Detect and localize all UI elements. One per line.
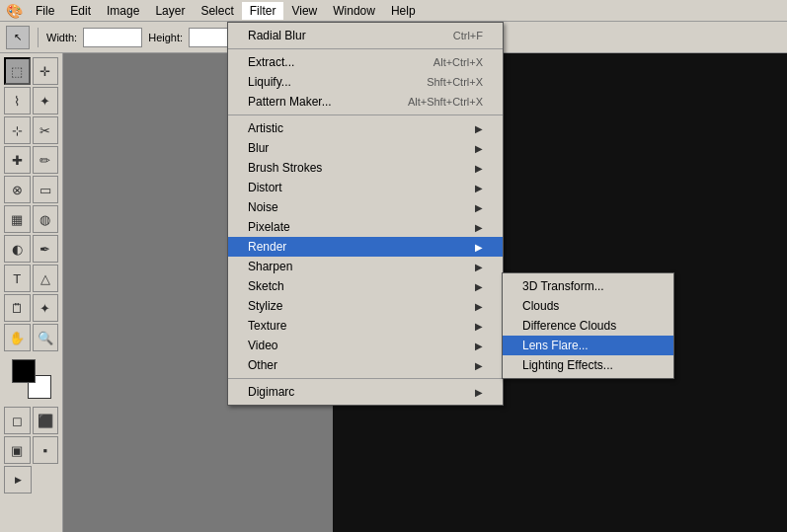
filter-liquify-label: Liquify...	[248, 75, 291, 89]
filter-brush-strokes[interactable]: Brush Strokes ▶	[228, 158, 503, 178]
color-swatches[interactable]	[12, 359, 51, 399]
width-input[interactable]	[83, 28, 142, 47]
tools-panel: ⬚ ✛ ⌇ ✦ ⊹ ✂ ✚ ✏ ⊗ ▭ ▦ ◍ ◐ ✒ T △	[0, 53, 63, 532]
magic-wand-tool[interactable]: ✦	[33, 87, 59, 114]
render-submenu: 3D Transform... Clouds Difference Clouds…	[502, 272, 674, 379]
edit-mask-tool[interactable]: ⬛	[33, 407, 59, 434]
filter-noise[interactable]: Noise ▶	[228, 197, 503, 217]
filter-sharpen-arrow: ▶	[475, 262, 483, 272]
filter-blur-arrow: ▶	[475, 143, 483, 154]
filter-pixelate-arrow: ▶	[475, 222, 483, 233]
notes-tool[interactable]: 🗒	[4, 294, 31, 322]
filter-extract-shortcut: Alt+Ctrl+X	[433, 56, 483, 68]
menubar: 🎨 File Edit Image Layer Select Filter Vi…	[0, 0, 787, 22]
filter-artistic[interactable]: Artistic ▶	[228, 118, 503, 138]
separator-1	[228, 48, 503, 49]
filter-stylize[interactable]: Stylize ▶	[228, 296, 503, 316]
tool-row-13: ▶	[4, 466, 58, 494]
screen-mode-2[interactable]: ▪	[33, 436, 59, 464]
crop-tool[interactable]: ⊹	[4, 116, 31, 144]
render-difference-clouds[interactable]: Difference Clouds	[503, 316, 673, 336]
filter-extract-label: Extract...	[248, 55, 294, 69]
filter-liquify-shortcut: Shft+Ctrl+X	[427, 76, 483, 88]
separator-2	[228, 114, 503, 115]
marquee-tool[interactable]: ⬚	[4, 57, 31, 85]
render-lighting-effects[interactable]: Lighting Effects...	[503, 355, 673, 375]
menu-help[interactable]: Help	[383, 2, 424, 20]
filter-dropdown-menu: Radial Blur Ctrl+F Extract... Alt+Ctrl+X…	[227, 22, 504, 406]
gradient-tool[interactable]: ▦	[4, 205, 31, 233]
filter-other[interactable]: Other ▶	[228, 355, 503, 375]
filter-liquify[interactable]: Liquify... Shft+Ctrl+X	[228, 72, 503, 92]
filter-render[interactable]: Render ▶	[228, 237, 503, 257]
render-clouds-label: Clouds	[522, 299, 559, 313]
clone-tool[interactable]: ⊗	[4, 176, 31, 203]
move-tool[interactable]: ✛	[33, 57, 58, 85]
slice-tool[interactable]: ✂	[33, 116, 59, 144]
filter-video-arrow: ▶	[475, 341, 483, 351]
tool-row-5: ⊗ ▭	[4, 176, 58, 203]
eyedropper-tool[interactable]: ✦	[33, 294, 59, 322]
render-lens-flare[interactable]: Lens Flare...	[503, 336, 673, 355]
menu-file[interactable]: File	[28, 2, 62, 20]
shape-tool[interactable]: △	[33, 265, 59, 292]
menu-image[interactable]: Image	[99, 2, 147, 20]
render-clouds[interactable]: Clouds	[503, 296, 673, 316]
filter-distort[interactable]: Distort ▶	[228, 178, 503, 197]
eraser-tool[interactable]: ▭	[33, 176, 59, 203]
filter-artistic-arrow: ▶	[475, 123, 483, 134]
filter-sharpen-label: Sharpen	[248, 260, 292, 273]
toolbar-select-icon[interactable]: ↖	[6, 26, 30, 49]
render-difference-clouds-label: Difference Clouds	[522, 319, 616, 333]
filter-texture-arrow: ▶	[475, 321, 483, 332]
filter-blur[interactable]: Blur ▶	[228, 138, 503, 158]
filter-pattern-maker[interactable]: Pattern Maker... Alt+Shft+Ctrl+X	[228, 92, 503, 112]
tool-row-9: 🗒 ✦	[4, 294, 58, 322]
filter-extract[interactable]: Extract... Alt+Ctrl+X	[228, 52, 503, 72]
pen-tool[interactable]: ✒	[33, 235, 59, 263]
zoom-tool[interactable]: 🔍	[33, 324, 59, 351]
filter-stylize-label: Stylize	[248, 299, 282, 313]
filter-sketch-arrow: ▶	[475, 281, 483, 292]
filter-video[interactable]: Video ▶	[228, 336, 503, 355]
filter-pattern-maker-label: Pattern Maker...	[248, 95, 332, 109]
render-3d-transform-label: 3D Transform...	[522, 279, 604, 293]
tool-row-6: ▦ ◍	[4, 205, 58, 233]
filter-radial-blur[interactable]: Radial Blur Ctrl+F	[228, 26, 503, 45]
filter-radial-blur-shortcut: Ctrl+F	[453, 30, 483, 41]
filter-pixelate[interactable]: Pixelate ▶	[228, 217, 503, 237]
filter-texture[interactable]: Texture ▶	[228, 316, 503, 336]
tool-row-12: ▣ ▪	[4, 436, 58, 464]
menu-select[interactable]: Select	[193, 2, 241, 20]
text-tool[interactable]: T	[4, 265, 31, 292]
dodge-tool[interactable]: ◐	[4, 235, 31, 263]
lasso-tool[interactable]: ⌇	[4, 87, 31, 114]
menu-layer[interactable]: Layer	[147, 2, 193, 20]
hand-tool[interactable]: ✋	[4, 324, 31, 351]
filter-sharpen[interactable]: Sharpen ▶	[228, 257, 503, 276]
app-logo: 🎨	[4, 1, 24, 21]
filter-video-label: Video	[248, 339, 277, 352]
tool-row-10: ✋ 🔍	[4, 324, 58, 351]
menu-filter[interactable]: Filter	[242, 2, 284, 20]
tool-row-4: ✚ ✏	[4, 146, 58, 174]
brush-tool[interactable]: ✏	[33, 146, 59, 174]
quick-mask-tool[interactable]: ◻	[4, 407, 31, 434]
filter-other-label: Other	[248, 358, 277, 372]
screen-mode-1[interactable]: ▣	[4, 436, 31, 464]
healing-tool[interactable]: ✚	[4, 146, 31, 174]
filter-stylize-arrow: ▶	[475, 301, 483, 312]
filter-sketch-label: Sketch	[248, 279, 284, 293]
filter-digimarc[interactable]: Digimarc ▶	[228, 382, 503, 402]
jump-to-btn[interactable]: ▶	[4, 466, 32, 494]
filter-pixelate-label: Pixelate	[248, 220, 290, 234]
menu-edit[interactable]: Edit	[62, 2, 99, 20]
foreground-color-swatch[interactable]	[12, 359, 36, 383]
toolbar-separator-1	[38, 28, 39, 47]
render-3d-transform[interactable]: 3D Transform...	[503, 276, 673, 296]
tool-row-1: ⬚ ✛	[4, 57, 58, 85]
filter-sketch[interactable]: Sketch ▶	[228, 276, 503, 296]
blur-tool[interactable]: ◍	[33, 205, 59, 233]
menu-window[interactable]: Window	[325, 2, 383, 20]
menu-view[interactable]: View	[283, 2, 325, 20]
